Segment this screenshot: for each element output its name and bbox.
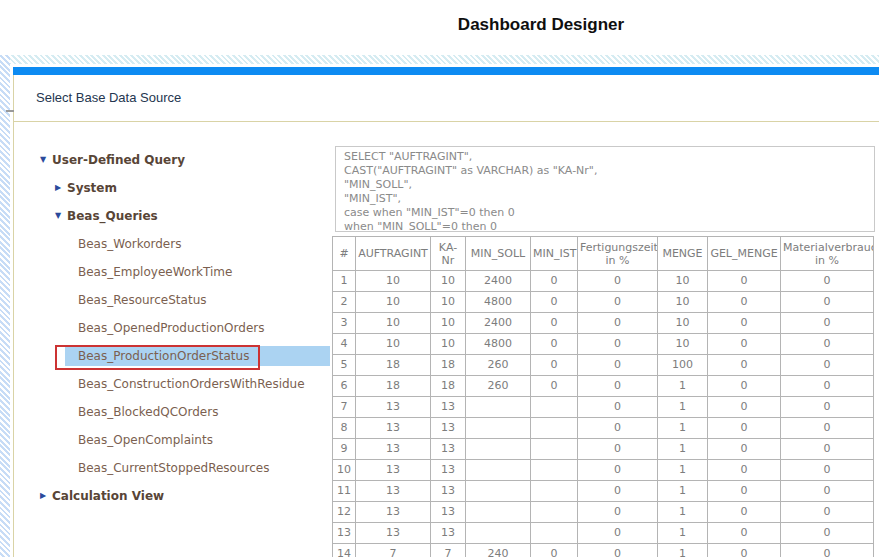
table-cell: 10 bbox=[658, 292, 708, 313]
table-row: 1213130100 bbox=[333, 502, 874, 523]
table-cell: 1 bbox=[658, 439, 708, 460]
table-cell: 10 bbox=[431, 292, 466, 313]
table-cell: 10 bbox=[356, 313, 431, 334]
table-cell bbox=[466, 439, 531, 460]
table-cell: 0 bbox=[531, 271, 578, 292]
table-cell: 0 bbox=[578, 502, 658, 523]
tree-item-beas-opencomplaints[interactable]: Beas_OpenComplaints bbox=[36, 426, 330, 454]
table-cell: 0 bbox=[578, 355, 658, 376]
table-cell: 0 bbox=[708, 502, 781, 523]
table-cell: 10 bbox=[658, 271, 708, 292]
column-header: MENGE bbox=[658, 237, 708, 271]
table-cell: 0 bbox=[781, 376, 874, 397]
table-cell: 1 bbox=[658, 523, 708, 544]
table-cell bbox=[531, 481, 578, 502]
tree-item-beas-productionorderstatus[interactable]: Beas_ProductionOrderStatus bbox=[36, 342, 330, 370]
tree-item-label: Beas_ResourceStatus bbox=[78, 293, 207, 307]
tree-item-label: Calculation View bbox=[52, 489, 164, 503]
column-header: MIN_SOLL bbox=[466, 237, 531, 271]
table-cell: 6 bbox=[333, 376, 356, 397]
table-cell bbox=[531, 523, 578, 544]
table-cell: 0 bbox=[578, 292, 658, 313]
column-header: Materialverbrauch in % bbox=[781, 237, 874, 271]
collapse-arrow-icon[interactable]: ▼ bbox=[40, 156, 52, 164]
table-cell: 0 bbox=[708, 439, 781, 460]
table-cell: 1 bbox=[658, 544, 708, 557]
tree-item-label: Beas_OpenComplaints bbox=[78, 433, 213, 447]
tree-item-beas-workorders[interactable]: Beas_Workorders bbox=[36, 230, 330, 258]
table-cell: 0 bbox=[578, 334, 658, 355]
table-cell: 14 bbox=[333, 544, 356, 557]
tree-item-beas-currentstoppedresources[interactable]: Beas_CurrentStoppedResources bbox=[36, 454, 330, 482]
tree-item-calculation-view[interactable]: ▶Calculation View bbox=[36, 482, 330, 510]
tree-item-system[interactable]: ▶System bbox=[36, 174, 330, 202]
table-cell: 4 bbox=[333, 334, 356, 355]
tree-item-beas-openedproductionorders[interactable]: Beas_OpenedProductionOrders bbox=[36, 314, 330, 342]
table-row: 210104800001000 bbox=[333, 292, 874, 313]
table-cell: 0 bbox=[531, 355, 578, 376]
table-cell: 0 bbox=[781, 292, 874, 313]
splitter-handle[interactable] bbox=[6, 110, 14, 112]
table-cell: 0 bbox=[708, 355, 781, 376]
table-cell: 0 bbox=[781, 460, 874, 481]
table-cell: 2400 bbox=[466, 313, 531, 334]
table-cell: 0 bbox=[708, 292, 781, 313]
table-cell: 9 bbox=[333, 439, 356, 460]
collapse-arrow-icon[interactable]: ▼ bbox=[55, 212, 67, 220]
table-cell: 1 bbox=[658, 502, 708, 523]
table-cell: 0 bbox=[781, 523, 874, 544]
tree-item-beas-resourcestatus[interactable]: Beas_ResourceStatus bbox=[36, 286, 330, 314]
table-row: 410104800001000 bbox=[333, 334, 874, 355]
table-cell: 0 bbox=[708, 313, 781, 334]
table-cell: 1 bbox=[658, 397, 708, 418]
table-cell: 10 bbox=[356, 292, 431, 313]
table-cell: 0 bbox=[781, 502, 874, 523]
tree-item-beas-queries[interactable]: ▼Beas_Queries bbox=[36, 202, 330, 230]
table-cell: 0 bbox=[781, 481, 874, 502]
header-divider bbox=[13, 121, 879, 122]
table-cell: 10 bbox=[658, 313, 708, 334]
sql-preview[interactable]: SELECT "AUFTRAGINT", CAST("AUFTRAGINT" a… bbox=[335, 146, 875, 232]
table-cell: 13 bbox=[431, 460, 466, 481]
table-cell: 13 bbox=[431, 439, 466, 460]
column-header: MIN_IST bbox=[531, 237, 578, 271]
expand-arrow-icon[interactable]: ▶ bbox=[55, 184, 67, 192]
table-row: 913130100 bbox=[333, 439, 874, 460]
table-cell: 0 bbox=[708, 334, 781, 355]
table-cell: 0 bbox=[578, 313, 658, 334]
table-cell: 0 bbox=[708, 460, 781, 481]
table-cell: 1 bbox=[658, 418, 708, 439]
tree-item-beas-employeeworktime[interactable]: Beas_EmployeeWorkTime bbox=[36, 258, 330, 286]
table-cell: 0 bbox=[578, 544, 658, 557]
table-cell: 4800 bbox=[466, 334, 531, 355]
preview-table-container: #AUFTRAGINTKA-NrMIN_SOLLMIN_ISTFertigung… bbox=[332, 236, 879, 557]
table-row: 6181826000100 bbox=[333, 376, 874, 397]
table-cell: 2400 bbox=[466, 271, 531, 292]
tree-item-beas-blockedqcorders[interactable]: Beas_BlockedQCOrders bbox=[36, 398, 330, 426]
table-cell: 0 bbox=[578, 460, 658, 481]
table-row: 518182600010000 bbox=[333, 355, 874, 376]
table-cell: 0 bbox=[781, 418, 874, 439]
column-header: Fertigungszeit in % bbox=[578, 237, 658, 271]
table-cell: 260 bbox=[466, 355, 531, 376]
tree-item-label: Beas_ConstructionOrdersWithResidue bbox=[78, 377, 305, 391]
page-title: Dashboard Designer bbox=[458, 15, 624, 35]
table-cell: 0 bbox=[781, 397, 874, 418]
table-cell: 260 bbox=[466, 376, 531, 397]
table-row: 310102400001000 bbox=[333, 313, 874, 334]
expand-arrow-icon[interactable]: ▶ bbox=[40, 492, 52, 500]
tree-item-beas-constructionorderswithresidue[interactable]: Beas_ConstructionOrdersWithResidue bbox=[36, 370, 330, 398]
table-cell: 13 bbox=[431, 418, 466, 439]
table-cell: 0 bbox=[578, 271, 658, 292]
panel-heading: Select Base Data Source bbox=[36, 90, 181, 105]
table-row: 813130100 bbox=[333, 418, 874, 439]
table-cell: 7 bbox=[356, 544, 431, 557]
table-header-row: #AUFTRAGINTKA-NrMIN_SOLLMIN_ISTFertigung… bbox=[333, 237, 874, 271]
table-cell: 13 bbox=[431, 481, 466, 502]
table-cell: 12 bbox=[333, 502, 356, 523]
table-cell: 13 bbox=[356, 460, 431, 481]
tree-item-user-defined-query[interactable]: ▼User-Defined Query bbox=[36, 146, 330, 174]
table-cell: 240 bbox=[466, 544, 531, 557]
data-source-tree: ▼User-Defined Query▶System▼Beas_QueriesB… bbox=[36, 146, 330, 510]
table-cell bbox=[531, 418, 578, 439]
